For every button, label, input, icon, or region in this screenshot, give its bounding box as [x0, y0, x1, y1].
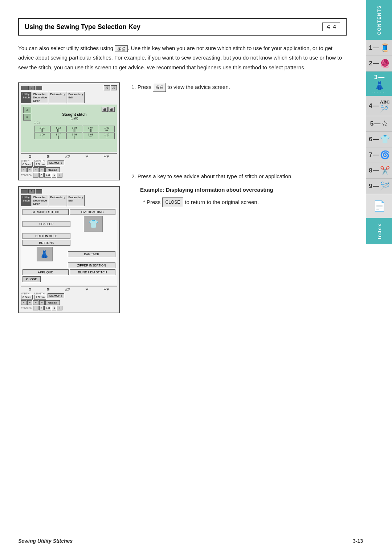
step-1-text: 1. Press 🖨🖨 to view the advice screen. — [131, 82, 347, 92]
sidebar: CONTENTS 1 — 🧵 2 — 🧶 3 — 👗 ......... 4 — — [366, 0, 392, 554]
sidebar-tab-contents[interactable]: CONTENTS — [366, 0, 392, 40]
right-column: 1. Press 🖨🖨 to view the advice screen. 2… — [131, 82, 347, 208]
screen-1: ? 🖨 🖨 UtilityStitch CharacterDecorativeS… — [18, 82, 120, 180]
step-2: 2. Press a key to see advice about that … — [131, 172, 347, 207]
sidebar-tab-9[interactable]: 9 — 🪡 — [366, 179, 392, 194]
tab-8-icon: ✂️ — [380, 166, 390, 175]
sidebar-tab-4[interactable]: 4 — ABC🪡 — [366, 96, 392, 116]
index-label: Index — [377, 223, 382, 239]
title-box: Using the Sewing Type Selection Key 🖨 🖨 — [18, 18, 347, 36]
tab-1-num: 1 — [369, 44, 372, 52]
tab-1-dash: — — [373, 44, 379, 52]
sidebar-tab-1[interactable]: 1 — 🧵 — [366, 40, 392, 56]
close-button-screen[interactable]: CLOSE — [23, 276, 41, 282]
tab-2-num: 2 — [369, 60, 372, 67]
tab-3-num: 3 — [374, 74, 377, 81]
tab-6-icon: 👕 — [380, 135, 390, 144]
tab-3-icon: 👗 — [375, 81, 384, 90]
intro-text: You can also select utility stitches usi… — [18, 44, 347, 72]
tab-9-icon: 🪡 — [380, 182, 390, 191]
sidebar-tab-8[interactable]: 8 — ✂️ — [366, 163, 392, 179]
main-content: Using the Sewing Type Selection Key 🖨 🖨 … — [0, 0, 365, 350]
example-line: Example: Displaying information about ov… — [140, 185, 347, 195]
close-key: CLOSE — [162, 197, 184, 207]
tab-5-num: 5 — [370, 120, 373, 127]
step-2-text: 2. Press a key to see advice about that … — [131, 172, 347, 181]
title-icons: 🖨 🖨 — [322, 23, 340, 31]
tab-2-icon: 🧶 — [380, 59, 390, 68]
tab-4-num: 4 — [369, 102, 372, 110]
sidebar-tab-3[interactable]: 3 — 👗 ......... — [366, 72, 392, 96]
doc-icon: 📄 — [373, 200, 386, 212]
left-column: ? 🖨 🖨 UtilityStitch CharacterDecorativeS… — [18, 82, 120, 313]
sidebar-tab-index[interactable]: Index — [366, 218, 392, 244]
tab-9-num: 9 — [369, 183, 372, 190]
sidebar-tab-7[interactable]: 7 — 🌀 — [366, 147, 392, 163]
contents-label: CONTENTS — [377, 5, 382, 35]
footer-left: Sewing Utility Stitches — [18, 538, 73, 544]
tab-4-icon: ABC🪡 — [380, 99, 390, 113]
footer: Sewing Utility Stitches 3-13 — [18, 535, 363, 544]
tab-5-icon: ☆ — [381, 119, 388, 129]
tab-6-num: 6 — [369, 136, 372, 143]
two-column-layout: ? 🖨 🖨 UtilityStitch CharacterDecorativeS… — [18, 82, 347, 313]
step-1: 1. Press 🖨🖨 to view the advice screen. — [131, 82, 347, 92]
footer-right: 3-13 — [353, 538, 363, 544]
return-line: * Press CLOSE to return to the original … — [143, 197, 347, 208]
sidebar-tab-5[interactable]: 5 — ☆ — [366, 116, 392, 132]
sidebar-tab-doc[interactable]: 📄 — [366, 194, 392, 218]
step1-btn-icon: 🖨🖨 — [153, 83, 166, 92]
tab-1-icon: 🧵 — [380, 43, 390, 53]
sidebar-tab-6[interactable]: 6 — 👕 — [366, 132, 392, 147]
sidebar-tab-2[interactable]: 2 — 🧶 — [366, 56, 392, 72]
page-title: Using the Sewing Type Selection Key — [25, 23, 140, 31]
screen-2: ? UtilityStitch CharacterDecorativeStitc… — [18, 186, 120, 313]
tab-8-num: 8 — [369, 167, 372, 174]
tab-7-num: 7 — [369, 151, 372, 159]
tab-7-icon: 🌀 — [380, 150, 390, 160]
